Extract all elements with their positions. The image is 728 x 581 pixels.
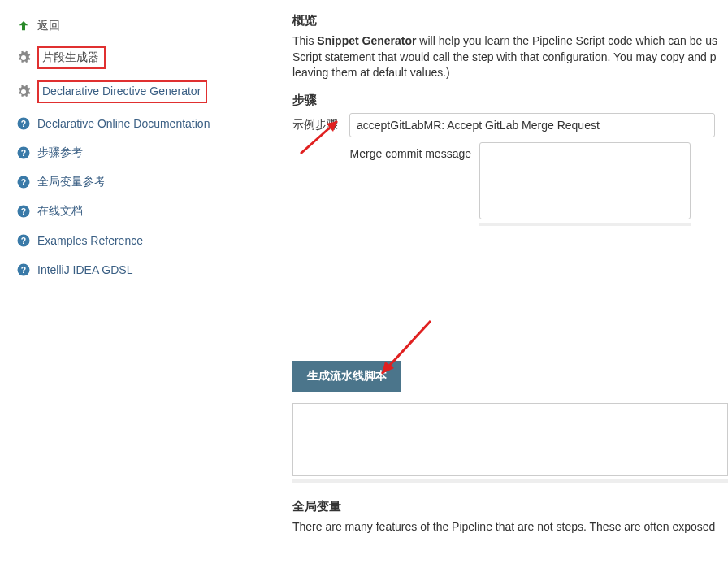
svg-text:?: ? <box>21 177 26 187</box>
sidebar-item-declarative-directive-generator[interactable]: Declarative Directive Generator <box>15 75 292 109</box>
help-icon: ? <box>15 261 32 279</box>
svg-text:?: ? <box>21 265 26 275</box>
svg-text:?: ? <box>21 236 26 245</box>
help-icon: ? <box>15 232 32 249</box>
generate-script-button[interactable]: 生成流水线脚本 <box>292 361 401 392</box>
help-icon: ? <box>15 115 32 132</box>
sidebar-item-examples-reference[interactable]: ? Examples Reference <box>15 226 292 255</box>
sample-step-label: 示例步骤 <box>292 113 349 132</box>
overview-title: 概览 <box>292 13 728 28</box>
merge-commit-textarea[interactable] <box>479 142 691 219</box>
sidebar-item-label: 片段生成器 <box>37 46 106 69</box>
sidebar-item-label: 步骤参考 <box>37 145 83 160</box>
sidebar-item-label: Declarative Online Documentation <box>37 117 210 130</box>
sidebar-back[interactable]: 返回 <box>15 11 292 41</box>
sidebar-back-label: 返回 <box>37 19 60 33</box>
sample-step-row: 示例步骤 acceptGitLabMR: Accept GitLab Merge… <box>292 113 728 137</box>
steps-title: 步骤 <box>292 93 728 108</box>
svg-text:?: ? <box>21 206 26 216</box>
arrow-up-icon <box>15 17 32 35</box>
svg-text:?: ? <box>21 119 26 128</box>
divider <box>479 223 691 226</box>
help-icon: ? <box>15 144 32 162</box>
gear-icon <box>15 83 32 101</box>
gear-icon <box>15 49 32 67</box>
sidebar-item-declarative-online-docs[interactable]: ? Declarative Online Documentation <box>15 109 292 138</box>
sidebar-item-label: Examples Reference <box>37 234 143 247</box>
sidebar-item-label: 全局变量参考 <box>37 175 106 189</box>
sidebar-item-online-docs[interactable]: ? 在线文档 <box>15 197 292 226</box>
globals-title: 全局变量 <box>292 499 728 514</box>
sample-step-value: acceptGitLabMR: Accept GitLab Merge Requ… <box>357 119 600 132</box>
overview-description: This Snippet Generator will help you lea… <box>292 33 728 81</box>
generate-script-label: 生成流水线脚本 <box>307 369 387 382</box>
help-icon: ? <box>15 173 32 191</box>
sidebar-item-global-var-reference[interactable]: ? 全局变量参考 <box>15 167 292 197</box>
globals-description: There are many features of the Pipeline … <box>292 519 728 535</box>
sidebar-item-label: Declarative Directive Generator <box>37 80 207 103</box>
merge-commit-row: Merge commit message <box>349 142 728 226</box>
sidebar-item-label: 在线文档 <box>37 204 83 219</box>
sidebar-item-label: IntelliJ IDEA GDSL <box>37 263 133 276</box>
svg-text:?: ? <box>21 148 26 158</box>
sample-step-select[interactable]: acceptGitLabMR: Accept GitLab Merge Requ… <box>349 113 715 137</box>
main-content: 概览 This Snippet Generator will help you … <box>292 0 728 546</box>
help-icon: ? <box>15 202 32 220</box>
sidebar: 返回 片段生成器 Declarative Directive Generator… <box>0 0 292 546</box>
merge-commit-label: Merge commit message <box>349 142 479 160</box>
sidebar-item-intellij-gdsl[interactable]: ? IntelliJ IDEA GDSL <box>15 255 292 284</box>
script-output-textarea[interactable] <box>292 403 728 476</box>
sidebar-item-step-reference[interactable]: ? 步骤参考 <box>15 138 292 167</box>
sidebar-item-snippet-generator[interactable]: 片段生成器 <box>15 41 292 75</box>
